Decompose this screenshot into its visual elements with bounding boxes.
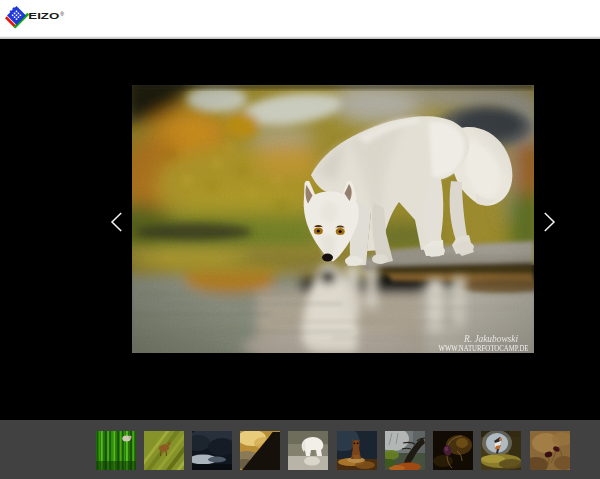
svg-text:WWW.NATURFOTOCAMP.DE: WWW.NATURFOTOCAMP.DE xyxy=(439,344,529,353)
svg-text:R. Jakubowski: R. Jakubowski xyxy=(463,333,518,344)
svg-text:EIZO: EIZO xyxy=(28,10,60,21)
svg-text:®: ® xyxy=(60,11,64,17)
